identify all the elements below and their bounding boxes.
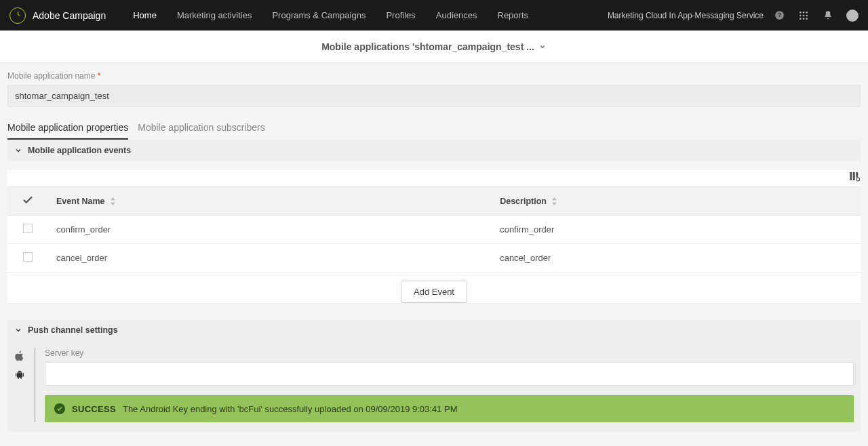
cell-description: confirm_order (492, 216, 861, 244)
alert-message: The Android Key ending with 'bcFui' succ… (123, 404, 458, 414)
configure-columns-icon[interactable] (848, 170, 861, 182)
col-description-text: Description (500, 197, 547, 206)
events-section-header[interactable]: Mobile application events (7, 140, 861, 161)
page-content: Mobile application name * Mobile applica… (0, 63, 868, 445)
chevron-down-icon (14, 326, 22, 334)
bell-icon[interactable] (822, 9, 834, 22)
svg-point-4 (806, 12, 808, 14)
tab-properties[interactable]: Mobile application properties (7, 122, 128, 140)
svg-text:?: ? (777, 12, 781, 18)
col-description[interactable]: Description (492, 187, 861, 216)
required-asterisk: * (98, 71, 101, 81)
svg-point-8 (800, 18, 802, 20)
os-tabs (14, 348, 35, 422)
col-event-name-text: Event Name (56, 197, 105, 206)
svg-point-14 (856, 178, 860, 181)
events-section-title: Mobile application events (28, 146, 131, 155)
success-alert: SUCCESS The Android Key ending with 'bcF… (45, 395, 854, 422)
nav-audiences[interactable]: Audiences (436, 10, 477, 20)
svg-point-9 (803, 18, 805, 20)
select-all-header[interactable] (7, 187, 48, 216)
topbar-icons: ? (773, 9, 859, 22)
svg-rect-12 (853, 172, 855, 180)
push-section-body: Server key SUCCESS The Android Key endin… (7, 340, 861, 432)
apps-icon[interactable] (797, 9, 810, 22)
tenant-label: Marketing Cloud In App-Messaging Service (608, 11, 764, 20)
alert-title: SUCCESS (72, 404, 116, 414)
svg-point-7 (806, 14, 808, 16)
svg-rect-13 (856, 172, 858, 178)
cell-event-name: confirm_order (48, 216, 492, 244)
nav-programs-campaigns[interactable]: Programs & Campaigns (272, 10, 366, 20)
server-key-input[interactable] (45, 362, 854, 386)
app-name-label-text: Mobile application name (7, 71, 95, 81)
nav-home[interactable]: Home (133, 10, 157, 20)
svg-rect-11 (850, 172, 852, 180)
app-name-label: Mobile application name * (7, 71, 861, 81)
chevron-down-icon (14, 146, 22, 155)
top-nav: Home Marketing activities Programs & Cam… (133, 10, 608, 20)
nav-profiles[interactable]: Profiles (386, 10, 415, 20)
brand-name: Adobe Campaign (33, 10, 106, 21)
svg-point-5 (800, 14, 802, 16)
app-logo-icon (9, 7, 26, 24)
topbar: Adobe Campaign Home Marketing activities… (0, 0, 868, 31)
push-form: Server key SUCCESS The Android Key endin… (45, 348, 854, 422)
server-key-label: Server key (45, 348, 854, 358)
apple-icon[interactable] (14, 350, 25, 362)
table-tools (7, 170, 861, 182)
col-event-name[interactable]: Event Name (48, 187, 492, 216)
sort-icon (110, 197, 116, 205)
subheader: Mobile applications 'shtomar_campaign_te… (0, 31, 868, 63)
nav-marketing-activities[interactable]: Marketing activities (177, 10, 252, 20)
row-checkbox[interactable] (23, 224, 33, 233)
app-name-input[interactable] (7, 85, 861, 107)
svg-point-10 (806, 18, 808, 20)
detail-tabs: Mobile application properties Mobile app… (7, 122, 861, 140)
cell-description: cancel_order (492, 244, 861, 272)
push-section-title: Push channel settings (28, 325, 118, 335)
subheader-title-text: Mobile applications 'shtomar_campaign_te… (321, 41, 534, 52)
table-row[interactable]: confirm_order confirm_order (7, 216, 861, 244)
tab-subscribers[interactable]: Mobile application subscribers (138, 122, 265, 140)
chevron-down-icon (538, 43, 547, 51)
success-check-icon (54, 403, 65, 414)
check-icon (22, 194, 34, 206)
cell-event-name: cancel_order (48, 244, 492, 272)
table-row[interactable]: cancel_order cancel_order (7, 244, 861, 272)
subheader-dropdown[interactable]: Mobile applications 'shtomar_campaign_te… (321, 41, 547, 52)
events-section-body: Event Name Description confirm_order con… (7, 170, 861, 304)
svg-point-2 (800, 12, 802, 14)
user-avatar[interactable] (846, 9, 859, 22)
nav-reports[interactable]: Reports (498, 10, 529, 20)
push-section-header[interactable]: Push channel settings (7, 320, 861, 340)
help-icon[interactable]: ? (773, 9, 785, 22)
add-event-button[interactable]: Add Event (401, 281, 467, 303)
row-checkbox[interactable] (23, 252, 33, 262)
sort-icon (551, 197, 557, 205)
svg-point-6 (803, 14, 805, 16)
events-table: Event Name Description confirm_order con… (7, 186, 861, 272)
svg-point-3 (803, 12, 805, 14)
android-icon[interactable] (14, 369, 25, 381)
